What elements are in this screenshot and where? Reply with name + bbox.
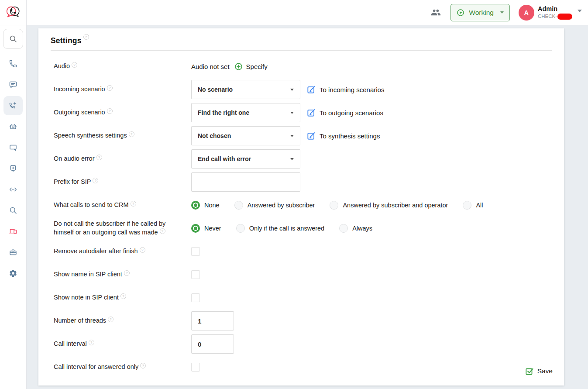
redacted-account-badge <box>557 14 572 20</box>
form-row-crm-calls: What calls to send to CRM None Answered … <box>51 196 552 215</box>
help-icon[interactable] <box>89 340 94 345</box>
radio-option-answered-by-subscriber-and-operator[interactable]: Answered by subscriber and operator <box>330 201 448 210</box>
radio-option-all[interactable]: All <box>463 201 483 210</box>
help-icon[interactable] <box>108 317 113 322</box>
speech-synthesis-select[interactable]: Not chosen <box>191 126 300 145</box>
plus-circle-icon <box>234 62 243 71</box>
help-icon[interactable] <box>160 228 165 234</box>
user-account: CHECK- <box>538 14 572 20</box>
sidebar-item-api[interactable] <box>3 180 23 199</box>
field-label: What calls to send to CRM <box>51 201 191 210</box>
help-icon[interactable] <box>93 178 98 183</box>
radio-option-never[interactable]: Never <box>191 224 221 233</box>
edit-icon <box>306 131 316 141</box>
help-icon[interactable] <box>107 108 113 114</box>
radio-option-always[interactable]: Always <box>339 224 372 233</box>
sparkle-badge-icon <box>9 164 17 173</box>
form-row-show-name: Show name in SIP client <box>51 265 552 284</box>
to-incoming-scenarios-link[interactable]: To incoming scenarios <box>306 85 384 94</box>
help-icon[interactable] <box>83 34 89 40</box>
help-icon[interactable] <box>140 247 145 253</box>
sidebar-item-devices[interactable] <box>3 222 23 241</box>
sidebar-search-button[interactable] <box>3 29 23 49</box>
sidebar-item-robot[interactable] <box>3 117 23 136</box>
team-members-button[interactable] <box>431 7 441 17</box>
caret-down-icon <box>290 158 294 160</box>
app-logo[interactable] <box>0 0 26 25</box>
caret-down-icon <box>290 112 294 114</box>
radio-option-none[interactable]: None <box>191 201 220 210</box>
radio-unchecked-icon <box>330 201 338 210</box>
top-header: Working A Admin CHECK- <box>26 0 588 25</box>
to-outgoing-scenarios-link[interactable]: To outgoing scenarios <box>306 108 383 117</box>
sidebar-item-assistant[interactable] <box>3 159 23 178</box>
help-icon[interactable] <box>129 131 134 137</box>
form-row-incoming-scenario: Incoming scenario No scenario To incomin… <box>51 80 552 99</box>
briefcase-icon <box>9 248 17 257</box>
sidebar-item-settings[interactable] <box>3 264 23 283</box>
field-label: Remove autodialer after finish <box>51 247 191 256</box>
incoming-scenario-select[interactable]: No scenario <box>191 80 300 99</box>
radio-option-only-if-answered[interactable]: Only if the call is answered <box>236 224 324 233</box>
save-check-icon <box>525 366 534 376</box>
crm-calls-radio-group: None Answered by subscriber Answered by … <box>191 201 483 210</box>
help-icon[interactable] <box>140 363 146 368</box>
field-label: Outgoing scenario <box>51 108 191 117</box>
call-interval-input[interactable] <box>191 334 234 354</box>
form-row-on-audio-error: On audio error End call with error <box>51 149 552 169</box>
do-not-call-radio-group: Never Only if the call is answered Alway… <box>191 224 372 233</box>
sidebar-item-messages[interactable] <box>3 75 23 94</box>
two-users-icon <box>431 7 441 17</box>
sidebar <box>0 0 27 389</box>
chat-message-icon <box>9 80 17 89</box>
radio-unchecked-icon <box>463 201 471 210</box>
field-label: Prefix for SIP <box>51 178 191 186</box>
sidebar-nav <box>3 54 23 283</box>
field-label: Incoming scenario <box>51 85 191 94</box>
sidebar-item-chats[interactable] <box>3 138 23 157</box>
radio-unchecked-icon <box>339 224 348 233</box>
to-synthesis-settings-link[interactable]: To synthesis settings <box>306 131 380 141</box>
prefix-for-sip-input[interactable] <box>191 172 300 192</box>
help-icon[interactable] <box>107 85 113 91</box>
form-row-call-interval: Call interval <box>51 334 552 354</box>
show-name-checkbox[interactable] <box>191 270 200 279</box>
sidebar-item-calls[interactable] <box>3 54 23 73</box>
field-label: Show note in SIP client <box>51 293 191 302</box>
page-title: Settings <box>51 36 552 45</box>
search-icon <box>9 34 17 43</box>
radio-unchecked-icon <box>234 201 243 210</box>
divider <box>51 50 552 51</box>
user-menu[interactable]: A Admin CHECK- <box>519 5 582 21</box>
sidebar-item-autodialer[interactable] <box>3 96 23 115</box>
help-icon[interactable] <box>120 293 126 299</box>
field-label: On audio error <box>51 155 191 163</box>
caret-down-icon <box>290 135 294 137</box>
help-icon[interactable] <box>72 62 77 68</box>
status-working-button[interactable]: Working <box>450 4 510 21</box>
on-audio-error-select[interactable]: End call with error <box>191 149 300 169</box>
form-row-remove-autodialer: Remove autodialer after finish <box>51 242 552 261</box>
interval-answered-checkbox[interactable] <box>191 363 200 372</box>
edit-icon <box>306 108 316 117</box>
field-label: Number of threads <box>51 317 191 325</box>
field-label: Speech synthesis settings <box>51 131 191 140</box>
phone-plus-icon <box>9 101 17 110</box>
show-note-checkbox[interactable] <box>191 293 200 302</box>
status-label: Working <box>469 9 494 17</box>
sidebar-item-services[interactable] <box>3 243 23 262</box>
user-name: Admin <box>538 5 572 13</box>
help-icon[interactable] <box>124 270 130 276</box>
radio-checked-icon <box>191 201 200 210</box>
help-icon[interactable] <box>131 201 136 207</box>
save-button[interactable]: Save <box>525 366 553 376</box>
robot-icon <box>9 122 17 131</box>
specify-audio-button[interactable]: Specify <box>234 62 268 71</box>
outgoing-scenario-select[interactable]: Find the right one <box>191 103 300 122</box>
remove-autodialer-checkbox[interactable] <box>191 247 200 256</box>
number-of-threads-input[interactable] <box>191 311 234 330</box>
edit-icon <box>306 85 316 94</box>
radio-option-answered-by-subscriber[interactable]: Answered by subscriber <box>234 201 315 210</box>
help-icon[interactable] <box>96 155 102 160</box>
sidebar-item-search[interactable] <box>3 201 23 220</box>
